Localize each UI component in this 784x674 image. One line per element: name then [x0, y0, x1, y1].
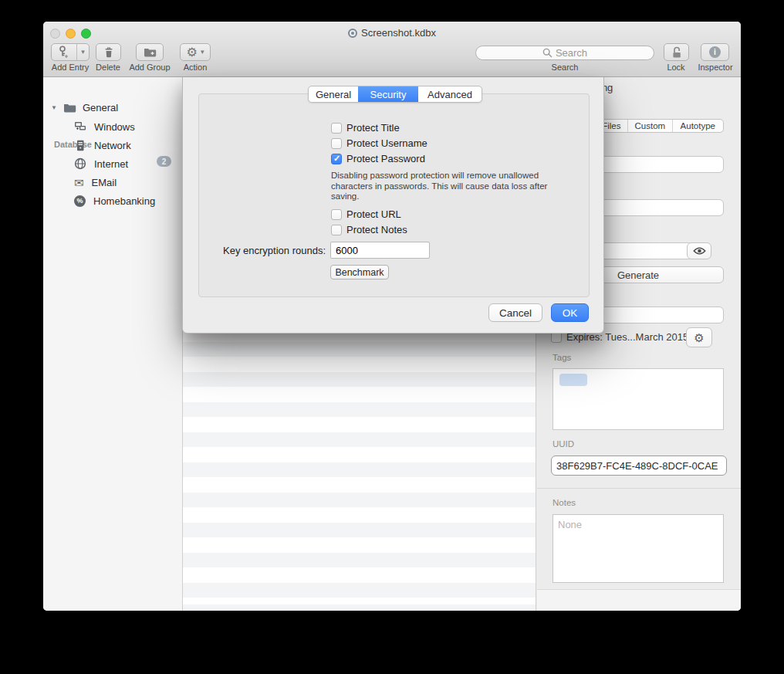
protect-password-checkbox[interactable] [331, 154, 342, 164]
folder-plus-icon [144, 47, 157, 57]
benchmark-button[interactable]: Benchmark [330, 265, 389, 279]
generate-label: Generate [617, 269, 659, 281]
sidebar-item-label: Windows [94, 121, 135, 133]
inspector-button[interactable]: i [701, 43, 729, 61]
cancel-label: Cancel [499, 307, 532, 319]
tags-label: Tags [553, 353, 571, 362]
sidebar-item-internet[interactable]: Internet [74, 156, 128, 171]
key-encryption-rounds-label: Key encryption rounds: [183, 245, 326, 256]
folder-icon [63, 103, 76, 113]
key-plus-icon [58, 46, 69, 59]
notes-textarea[interactable] [553, 514, 724, 583]
ok-button[interactable]: OK [551, 303, 589, 322]
protect-username-label: Protect Username [346, 137, 427, 149]
reveal-password-button[interactable] [687, 242, 711, 259]
lock-button[interactable] [664, 43, 689, 61]
tab-advanced[interactable]: Advanced [418, 86, 482, 102]
sidebar-item-label: Internet [94, 158, 128, 170]
inspector-tab-autotype[interactable]: Autotype [672, 120, 723, 132]
protect-username-checkbox[interactable] [331, 138, 342, 149]
protect-url-label: Protect URL [346, 208, 401, 220]
inspector-divider [537, 488, 741, 489]
app-window: Screenshot.kdbx ▾ Add Entry [43, 22, 741, 611]
window-title-text: Screenshot.kdbx [361, 27, 436, 39]
search-placeholder: Search [556, 47, 587, 59]
inspector-footer [537, 589, 741, 611]
protect-password-label: Protect Password [346, 153, 425, 164]
cancel-button[interactable]: Cancel [488, 303, 542, 322]
protect-notes-label: Protect Notes [346, 224, 407, 235]
sidebar-item-windows[interactable]: Windows [74, 119, 135, 134]
gear-icon: ⚙ [187, 46, 198, 59]
protect-title-checkbox[interactable] [331, 123, 342, 134]
disclosure-triangle-icon[interactable]: ▼ [51, 104, 57, 111]
uuid-field[interactable] [551, 456, 727, 476]
tab-general[interactable]: General [309, 86, 358, 102]
search-icon [542, 48, 553, 58]
protect-notes-checkbox[interactable] [331, 225, 342, 235]
group-count-badge: 2 [157, 156, 171, 167]
info-icon: i [709, 46, 721, 58]
delete-button[interactable] [96, 43, 121, 61]
envelope-icon: ✉ [74, 177, 84, 188]
protect-url-checkbox[interactable] [331, 209, 342, 220]
titlebar-toolbar: Screenshot.kdbx ▾ Add Entry [43, 22, 741, 77]
sidebar-item-label: General [83, 102, 118, 113]
tab-security[interactable]: Security [358, 86, 418, 102]
protect-title-label: Protect Title [346, 122, 400, 134]
benchmark-label: Benchmark [335, 267, 384, 278]
uuid-label: UUID [553, 439, 574, 449]
sidebar-item-label: Network [94, 140, 131, 151]
desktop-background: Screenshot.kdbx ▾ Add Entry [0, 0, 784, 674]
chevron-down-icon: ▾ [81, 49, 85, 56]
window-title: Screenshot.kdbx [43, 27, 741, 39]
chevron-down-icon: ▾ [201, 49, 204, 56]
windows-icon [74, 121, 86, 132]
action-button[interactable]: ⚙ ▾ [180, 43, 211, 61]
eye-icon [693, 246, 706, 256]
ok-label: OK [563, 307, 578, 319]
document-icon [348, 29, 357, 38]
add-group-button[interactable] [136, 43, 164, 61]
sidebar-item-label: EMail [92, 177, 117, 188]
gear-icon: ⚙ [694, 332, 704, 344]
tags-box[interactable] [553, 368, 724, 430]
search-label: Search [519, 63, 611, 72]
settings-tabbar: General Security Advanced [308, 86, 482, 103]
sidebar-item-network[interactable]: Network [74, 137, 131, 153]
sidebar-item-general[interactable]: ▼ General [51, 100, 118, 115]
notes-label: Notes [553, 498, 576, 507]
password-protection-help-text: Disabling password protection will remov… [331, 171, 562, 202]
expires-checkbox[interactable] [551, 332, 562, 343]
add-entry-button[interactable]: ▾ [51, 43, 90, 61]
key-encryption-rounds-input[interactable] [330, 242, 430, 259]
inspector-label: Inspector [688, 63, 741, 72]
trash-icon [103, 46, 114, 59]
add-group-label: Add Group [123, 63, 177, 72]
search-input[interactable]: Search [475, 46, 654, 60]
lock-open-icon [671, 46, 683, 59]
database-settings-sheet: General Security Advanced Protect Title … [182, 77, 604, 334]
tag-chip[interactable] [559, 374, 587, 386]
inspector-tab-custom[interactable]: Custom [627, 120, 671, 132]
expires-date-button[interactable]: ⚙ [686, 327, 712, 347]
add-entry-dropdown[interactable]: ▾ [76, 44, 89, 60]
action-label: Action [172, 63, 218, 72]
sidebar-item-email[interactable]: ✉ EMail [74, 174, 117, 190]
sidebar-item-homebanking[interactable]: % Homebanking [74, 193, 155, 208]
globe-icon [74, 157, 86, 170]
sidebar-item-label: Homebanking [93, 195, 155, 207]
server-icon [74, 140, 86, 151]
percent-icon: % [74, 195, 86, 207]
